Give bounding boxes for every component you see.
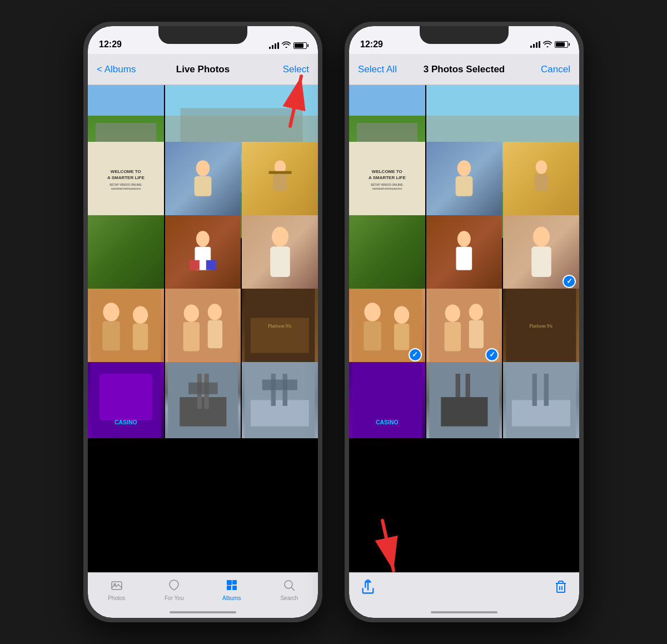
nav-bar-2: Select All 3 Photos Selected Cancel bbox=[349, 54, 579, 85]
photo-cell-2-14[interactable] bbox=[503, 362, 579, 438]
photo-cell-2-7[interactable] bbox=[426, 215, 502, 291]
photo-cell-2-4[interactable] bbox=[426, 142, 502, 218]
photo-cell-14[interactable] bbox=[242, 362, 318, 438]
status-icons-2 bbox=[530, 39, 568, 49]
volume-up-button-2[interactable] bbox=[345, 115, 347, 148]
selection-badge-8 bbox=[563, 275, 576, 288]
svg-text:CASINO: CASINO bbox=[115, 419, 137, 425]
phone-2: 12:29 bbox=[345, 22, 584, 622]
photo-cell-10[interactable] bbox=[165, 289, 241, 365]
svg-rect-59 bbox=[456, 246, 472, 270]
silent-button[interactable] bbox=[83, 93, 86, 112]
photo-cell-2-8[interactable] bbox=[503, 215, 579, 291]
svg-point-4 bbox=[196, 160, 210, 176]
photo-cell-3[interactable]: WELCOME TO A SMARTER LIFE SETUP VIDEOS O… bbox=[88, 142, 164, 218]
svg-rect-71 bbox=[469, 320, 483, 348]
svg-rect-69 bbox=[444, 322, 460, 351]
photo-cell-6[interactable] bbox=[88, 215, 164, 291]
phone-1: 12:29 bbox=[83, 22, 322, 622]
svg-point-18 bbox=[133, 306, 148, 324]
select-button-1[interactable]: Select bbox=[259, 64, 309, 75]
photo-cell-12[interactable]: CASINO bbox=[88, 362, 164, 438]
svg-point-68 bbox=[445, 304, 460, 322]
svg-rect-20 bbox=[168, 289, 238, 365]
svg-rect-11 bbox=[190, 260, 200, 270]
svg-rect-40 bbox=[262, 380, 297, 390]
for-you-icon bbox=[166, 577, 182, 593]
status-icons-1 bbox=[269, 41, 307, 49]
status-time-2: 12:29 bbox=[360, 39, 383, 49]
photo-cell-13[interactable] bbox=[165, 362, 241, 438]
signal-bar-4 bbox=[277, 42, 279, 49]
svg-rect-26 bbox=[251, 318, 309, 353]
tab-albums[interactable]: Albums bbox=[203, 577, 261, 601]
svg-rect-29 bbox=[99, 374, 152, 420]
photo-cell-2-3[interactable]: WELCOME TO A SMARTER LIFE SETUP VIDEOS O… bbox=[349, 142, 425, 218]
photo-cell-9[interactable] bbox=[88, 289, 164, 365]
svg-point-9 bbox=[196, 231, 210, 247]
phone-frame-1: 12:29 bbox=[83, 22, 322, 622]
svg-point-54 bbox=[457, 160, 471, 176]
photo-cell-2-9[interactable] bbox=[349, 289, 425, 365]
share-button[interactable] bbox=[360, 579, 376, 595]
back-button-1[interactable]: < Albums bbox=[97, 64, 147, 75]
svg-rect-74 bbox=[352, 362, 422, 438]
status-time-1: 12:29 bbox=[99, 39, 122, 49]
photo-cell-2-11[interactable]: Platform 9¾ bbox=[503, 289, 579, 365]
svg-rect-61 bbox=[531, 246, 551, 277]
svg-rect-14 bbox=[270, 246, 290, 277]
photo-cell-2-6[interactable] bbox=[349, 215, 425, 291]
svg-point-13 bbox=[272, 227, 288, 247]
svg-rect-37 bbox=[251, 400, 309, 426]
tab-search[interactable]: Search bbox=[261, 577, 318, 601]
tab-photos[interactable]: Photos bbox=[88, 577, 146, 601]
svg-rect-55 bbox=[456, 176, 473, 196]
svg-point-23 bbox=[207, 304, 221, 320]
search-icon-tab bbox=[281, 577, 297, 593]
tab-for-you[interactable]: For You bbox=[146, 577, 203, 601]
svg-rect-15 bbox=[91, 289, 161, 365]
photo-cell-5[interactable] bbox=[242, 142, 318, 218]
selection-badge-9 bbox=[409, 348, 422, 361]
selection-badge-10 bbox=[485, 348, 499, 361]
svg-rect-24 bbox=[207, 320, 222, 348]
svg-rect-8 bbox=[268, 171, 291, 174]
tab-albums-label: Albums bbox=[222, 595, 241, 601]
home-indicator-1 bbox=[170, 611, 236, 613]
photo-cell-2-12[interactable]: CASINO bbox=[349, 362, 425, 438]
svg-point-60 bbox=[533, 227, 550, 247]
photo-cell-2-5[interactable] bbox=[503, 142, 579, 218]
photo-cell-11[interactable]: Platform 9¾ bbox=[242, 289, 318, 365]
svg-line-48 bbox=[292, 588, 295, 591]
svg-point-65 bbox=[394, 306, 409, 324]
svg-rect-22 bbox=[183, 322, 199, 351]
select-all-button[interactable]: Select All bbox=[358, 64, 408, 75]
cancel-button[interactable]: Cancel bbox=[520, 64, 570, 75]
phone-screen-1: 12:29 bbox=[88, 26, 318, 618]
svg-rect-19 bbox=[133, 324, 148, 350]
photo-cell-2-13[interactable] bbox=[426, 362, 502, 438]
volume-down-button-2[interactable] bbox=[345, 160, 347, 193]
photo-cell-8[interactable] bbox=[242, 215, 318, 291]
trash-button[interactable] bbox=[554, 579, 568, 597]
battery-icon-2 bbox=[555, 41, 568, 48]
volume-up-button[interactable] bbox=[83, 115, 86, 148]
photo-cell-2-10[interactable] bbox=[426, 289, 502, 365]
power-button-2[interactable] bbox=[581, 137, 584, 193]
signal-bar-1 bbox=[269, 47, 271, 49]
photo-cell-7[interactable] bbox=[165, 215, 241, 291]
tab-search-label: Search bbox=[280, 595, 298, 601]
svg-rect-82 bbox=[532, 374, 537, 406]
volume-down-button[interactable] bbox=[83, 160, 86, 193]
svg-rect-81 bbox=[512, 400, 570, 426]
notch-2 bbox=[420, 26, 509, 44]
silent-button-2[interactable] bbox=[345, 93, 347, 112]
wifi-icon-1 bbox=[282, 41, 291, 49]
svg-rect-35 bbox=[188, 383, 218, 394]
power-button[interactable] bbox=[320, 137, 322, 193]
tab-photos-label: Photos bbox=[108, 595, 125, 601]
svg-rect-45 bbox=[227, 586, 231, 590]
photos-icon bbox=[109, 577, 125, 593]
signal-bar-3 bbox=[275, 43, 276, 49]
photo-cell-4[interactable] bbox=[165, 142, 241, 218]
